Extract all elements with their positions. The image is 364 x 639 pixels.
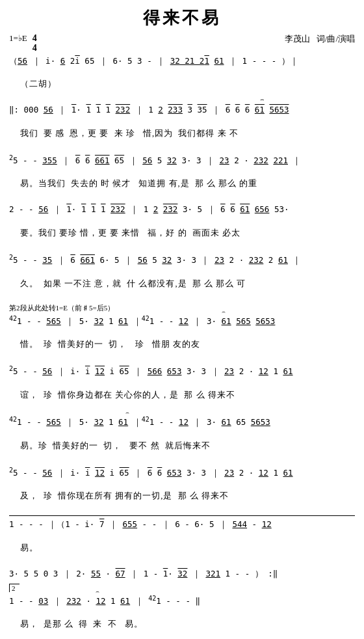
lyrics-row-2: 我们 要 感 恩，更 要 来 珍 惜,因为 我们都得 来 不 <box>9 116 355 151</box>
lyrics-row-5: 久。 如果 一不注 意，就 什 么都没有,是 那 么 那么 可 <box>9 267 355 301</box>
section-6: 421 - - 565 ｜ 5· 32 1 61 ｜421 - - 12 ｜ 3… <box>9 314 355 362</box>
intro-section: （56 ｜ i· 6 2i 65 ｜ 6· 5 3 - ｜ 32 21 21 6… <box>9 55 355 102</box>
section-11: 3· 5 5 0 3 ｜ 2· 55 · 67 ｜ 1 - 1· 32 ｜ 32… <box>9 567 355 580</box>
notation-row-12: 1 - - 03 ｜ 232 · 12⌢ 1 61 ｜ 421 - - - ‖ <box>9 593 355 608</box>
author-info: 李茂山 词/曲/演唱 <box>285 33 355 45</box>
notation-row-3: 25 - - 355 ｜ 6 6 661 65 ｜ 56 5 32 3· 3 ｜… <box>9 153 355 167</box>
notation-row-9: 25 - - 56 ｜ i· i 12 i 65 ｜ 6 6 653 3· 3 … <box>9 465 355 480</box>
section-5: 25 - - 35 ｜ 6 661 6· 5 ｜ 56 5 32 3· 3 ｜ … <box>9 252 355 301</box>
lyrics-row-6: 惜。 珍 惜美好的一 切， 珍 惜朋 友的友 <box>9 328 355 362</box>
section-7: 25 - - 56 ｜ i· i 12 i 65 ｜ 566 653 3· 3 … <box>9 364 355 413</box>
lyrics-row-12: 易， 是那 么 得 来 不 易。 <box>9 608 355 639</box>
section-2: ‖: 000 56 ｜ 1· 1 1 1 232 ｜ 1 2 233 3 35 … <box>9 103 355 151</box>
bracket-2-section: 2 1 - - 03 ｜ 232 · 12⌢ 1 61 ｜ 421 - - - … <box>9 583 355 639</box>
notation-row-2: ‖: 000 56 ｜ 1· 1 1 1 232 ｜ 1 2 233 3 35 … <box>9 103 355 116</box>
section-8: 421 - - 565 ｜ 5· 32 1 61⌢ ｜421 - - 12 ｜ … <box>9 415 355 463</box>
title: 得来不易 <box>9 7 355 29</box>
lyrics-row-3: 易。当我们 失去的 时 候才 知道拥 有,是 那 么 那么 的重 <box>9 167 355 202</box>
lyrics-row-10: 易。 <box>9 531 355 565</box>
notation-row-5: 25 - - 35 ｜ 6 661 6· 5 ｜ 56 5 32 3· 3 ｜ … <box>9 252 355 267</box>
lyrics-row-instrument: （二胡） <box>9 68 355 102</box>
lyrics-row-7: 谊， 珍 惜你身边都在 关心你的人，是 那 么 得来不 <box>9 378 355 413</box>
section-10: 1 - - - ｜（1 - i· 7 ｜ 655 - - ｜ 6 - 6· 5 … <box>9 518 355 565</box>
lyrics-row-4: 要。我们 要珍 惜，更 要 来惜 福，好 的 画面未 必太 <box>9 216 355 251</box>
section-9: 25 - - 56 ｜ i· i 12 i 65 ｜ 6 6 653 3· 3 … <box>9 465 355 514</box>
notation-row-4: 2 - - 56 ｜ 1· 1 1 1 232 ｜ 1 2 232 3· 5 ｜… <box>9 203 355 216</box>
notation-row-8: 421 - - 565 ｜ 5· 32 1 61⌢ ｜421 - - 12 ｜ … <box>9 415 355 429</box>
notation-row-10: 1 - - - ｜（1 - i· 7 ｜ 655 - - ｜ 6 - 6· 5 … <box>9 518 355 531</box>
lyrics-row-8: 易。珍 惜美好的一 切， 要不 然 就后悔来不 <box>9 429 355 463</box>
notation-row-6: 421 - - 565 ｜ 5· 32 1 61 ｜421 - - 12 ｜ 3… <box>9 314 355 328</box>
lyrics-row-9: 及， 珍 惜你现在所有 拥有的一切,是 那 么 得来不 <box>9 480 355 514</box>
key-info: 1=♭E 4 4 <box>9 33 37 53</box>
notation-row-7: 25 - - 56 ｜ i· i 12 i 65 ｜ 566 653 3· 3 … <box>9 364 355 378</box>
key-signature: 1=♭E <box>9 33 27 44</box>
section-note: 第2段从此处转1=E（前♯5=后5） <box>9 303 355 313</box>
section-4: 2 - - 56 ｜ 1· 1 1 1 232 ｜ 1 2 232 3· 5 ｜… <box>9 203 355 251</box>
divider-1 <box>9 515 355 516</box>
notation-row-1: （56 ｜ i· 6 2i 65 ｜ 6· 5 3 - ｜ 32 21 21 6… <box>9 55 355 68</box>
notation-row-11: 3· 5 5 0 3 ｜ 2· 55 · 67 ｜ 1 - 1· 32 ｜ 32… <box>9 567 355 580</box>
section-3: 25 - - 355 ｜ 6 6 661 65 ｜ 56 5 32 3· 3 ｜… <box>9 153 355 202</box>
time-signature: 4 4 <box>32 33 37 53</box>
